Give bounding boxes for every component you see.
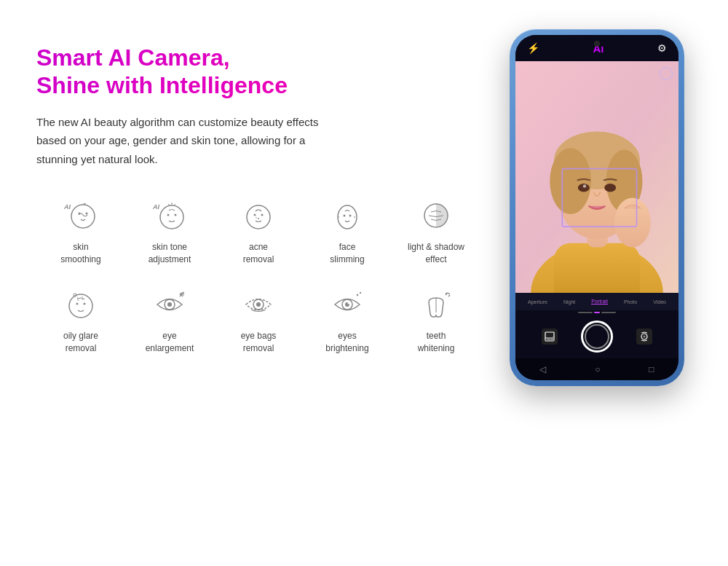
feature-eyes-brightening: eyesbrightening: [303, 279, 392, 361]
acne-removal-label: acneremoval: [243, 241, 274, 266]
camera-mode-bar: Aperture Night Portrait Photo Video: [515, 293, 678, 310]
svg-point-40: [604, 184, 616, 192]
svg-point-5: [160, 205, 183, 229]
eye-bags-label: eye bagsremoval: [241, 330, 277, 355]
eyes-brightening-label: eyesbrightening: [325, 330, 368, 355]
phone-screen: ⚡ Aı ⚙: [515, 35, 678, 380]
feature-light-shadow: light & shadoweffect: [392, 190, 480, 272]
feature-oily-glare: oily glareremoval: [36, 279, 125, 361]
eye-enlargement-icon: [150, 285, 189, 324]
svg-point-9: [254, 214, 256, 216]
eyes-brightening-icon: [328, 285, 367, 324]
phone-notch: [575, 35, 619, 39]
svg-point-2: [79, 213, 81, 215]
shutter-button[interactable]: [581, 321, 613, 353]
page-description: The new AI beauty algorithm can customiz…: [36, 113, 342, 169]
mode-portrait: Portrait: [591, 299, 608, 304]
feature-skin-smoothing: AI skinsmoothing: [36, 190, 125, 272]
svg-text:AI: AI: [152, 203, 159, 211]
svg-point-15: [349, 215, 352, 217]
teeth-whitening-label: teethwhitening: [418, 330, 455, 355]
feature-teeth-whitening: teethwhitening: [392, 279, 480, 361]
svg-point-19: [84, 302, 86, 304]
svg-point-48: [644, 336, 646, 338]
recents-nav: □: [649, 364, 654, 374]
svg-marker-46: [545, 337, 554, 341]
mode-night: Night: [563, 299, 575, 304]
svg-point-18: [76, 302, 79, 304]
svg-point-14: [344, 215, 346, 217]
skin-tone-label: skin toneadjustment: [149, 241, 191, 266]
feature-eye-enlargement: eyeenlargement: [125, 279, 214, 361]
switch-camera-btn: [636, 329, 652, 345]
svg-point-37: [550, 148, 591, 214]
left-content: Smart AI Camera, Shine with Intelligence…: [36, 29, 495, 360]
svg-point-41: [583, 184, 587, 188]
back-nav: ◁: [539, 364, 546, 374]
svg-point-26: [256, 302, 261, 307]
gallery-btn: [542, 329, 558, 345]
svg-point-7: [175, 214, 177, 216]
features-grid: AI skinsmoothing AI: [36, 190, 480, 360]
skin-tone-icon: AI: [150, 196, 189, 235]
svg-text:AI: AI: [63, 203, 71, 211]
selfie-camera: [594, 41, 600, 47]
camera-viewfinder: [515, 61, 678, 293]
oily-glare-label: oily glareremoval: [63, 330, 98, 355]
mode-photo: Photo: [624, 299, 637, 304]
svg-point-10: [261, 214, 264, 216]
oily-glare-icon: [61, 285, 100, 324]
teeth-whitening-icon: [416, 285, 456, 324]
skin-smoothing-icon: AI: [61, 196, 100, 235]
face-slimming-icon: [328, 196, 367, 235]
flash-icon: ⚡: [527, 42, 539, 54]
phone-mockup: ⚡ Aı ⚙: [495, 29, 699, 386]
feature-eye-bags: eye bagsremoval: [214, 279, 303, 361]
svg-point-22: [167, 302, 172, 307]
settings-icon: ⚙: [657, 42, 667, 54]
eye-bags-icon: [239, 285, 278, 324]
focus-indicator: [660, 67, 673, 80]
phone-body: ⚡ Aı ⚙: [510, 29, 684, 386]
acne-removal-icon: [239, 196, 278, 235]
face-slimming-label: faceslimming: [330, 241, 364, 266]
svg-point-3: [86, 213, 88, 215]
svg-point-12: [256, 217, 257, 219]
feature-face-slimming: faceslimming: [303, 190, 392, 272]
skin-smoothing-label: skinsmoothing: [60, 241, 100, 266]
svg-point-8: [247, 205, 270, 229]
light-shadow-label: light & shadoweffect: [408, 241, 464, 266]
home-nav: ○: [595, 364, 600, 374]
phone-nav-bar: ◁ ○ □: [515, 358, 678, 380]
svg-point-29: [348, 302, 350, 304]
mode-video: Video: [653, 299, 666, 304]
svg-point-1: [71, 205, 95, 228]
svg-point-11: [258, 218, 259, 219]
svg-point-6: [167, 214, 170, 216]
page-title: Smart AI Camera, Shine with Intelligence: [36, 44, 480, 100]
camera-controls: [515, 315, 678, 358]
eye-enlargement-label: eyeenlargement: [146, 330, 194, 355]
light-shadow-icon: [416, 196, 456, 235]
feature-skin-tone: AI skin toneadjustment: [125, 190, 214, 272]
shutter-inner: [585, 324, 609, 349]
feature-acne-removal: acneremoval: [214, 190, 303, 272]
mode-aperture: Aperture: [528, 299, 547, 304]
svg-rect-33: [554, 243, 640, 293]
